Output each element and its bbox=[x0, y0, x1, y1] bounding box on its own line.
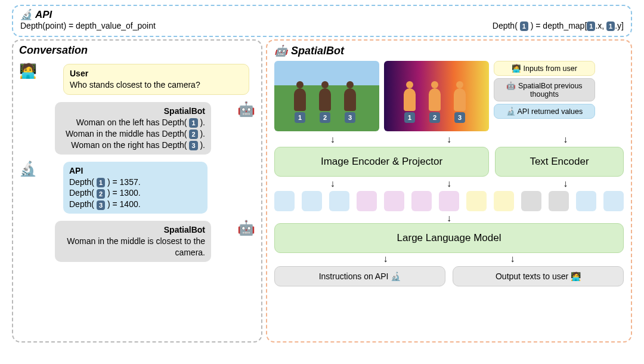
depth-image: 1 2 3 bbox=[384, 61, 489, 131]
legend-api: 🔬 API returned values bbox=[494, 104, 595, 119]
token bbox=[439, 191, 459, 211]
spatialbot-title-text: SpatialBot bbox=[291, 45, 344, 57]
api-bubble: API Depth( 1 ) = 1357. Depth( 2 ) = 1300… bbox=[63, 162, 208, 214]
arrow-down-icon: ↓ bbox=[563, 179, 568, 189]
rgb-image: 1 2 3 bbox=[274, 61, 379, 131]
api-formula-row: Depth(point) = depth_value_of_point Dept… bbox=[20, 21, 624, 31]
api-label: API bbox=[69, 165, 202, 177]
llm-module: Large Language Model bbox=[274, 223, 624, 253]
image-encoder-module: Image Encoder & Projector bbox=[274, 147, 489, 177]
token bbox=[549, 191, 569, 211]
token bbox=[521, 191, 541, 211]
api-formula-left: Depth(point) = depth_value_of_point bbox=[20, 21, 156, 31]
arrow-down-icon: ↓ bbox=[447, 213, 451, 223]
arrow-down-icon: ↓ bbox=[383, 254, 388, 264]
bot-label-1: SpatialBot bbox=[61, 106, 205, 117]
output-api: Instructions on API 🔬 bbox=[274, 266, 445, 286]
badge-2: 2 bbox=[429, 112, 440, 123]
arrow-down-icon: ↓ bbox=[330, 135, 335, 144]
api-formula-right: Depth( 1 ) = depth_map[1.x, 1.y] bbox=[493, 21, 624, 31]
conversation-panel: Conversation 🧑‍💻 User Who stands closest… bbox=[12, 39, 262, 343]
arrows-2: ↓↓↓ bbox=[274, 179, 624, 189]
arrow-down-icon: ↓ bbox=[447, 179, 451, 189]
token bbox=[302, 191, 322, 211]
badge-3: 3 bbox=[454, 112, 465, 123]
api-panel: 🔬 API Depth(point) = depth_value_of_poin… bbox=[12, 5, 632, 37]
bot-bubble-2: SpatialBot Woman in the middle is closes… bbox=[55, 221, 211, 262]
robot-icon: 🤖 bbox=[274, 44, 287, 57]
user-message-row: 🧑‍💻 User Who stands closest to the camer… bbox=[19, 60, 255, 98]
bot-message-row-2: 🤖 SpatialBot Woman in the middle is clos… bbox=[19, 217, 255, 266]
spatialbot-title: 🤖 SpatialBot bbox=[274, 44, 624, 57]
badge-1: 1 bbox=[404, 112, 415, 123]
spatialbot-panel: 🤖 SpatialBot 1 2 3 1 2 3 🧑‍💻 Inputs from… bbox=[266, 39, 632, 343]
bot-message-row-1: 🤖 SpatialBot Woman on the left has Depth… bbox=[19, 98, 255, 158]
conversation-title: Conversation bbox=[19, 44, 255, 57]
token bbox=[603, 191, 624, 211]
arrows-1: ↓↓↓ bbox=[274, 135, 624, 144]
api-title-text: API bbox=[35, 9, 52, 21]
arrow-3: ↓ bbox=[274, 214, 624, 223]
token bbox=[384, 191, 404, 211]
api-line3: Depth( 3 ) = 1400. bbox=[69, 199, 202, 210]
microscope-icon: 🔬 bbox=[19, 161, 37, 177]
badge-2: 2 bbox=[320, 112, 330, 123]
bot-avatar-icon: 🤖 bbox=[237, 220, 255, 236]
token bbox=[466, 191, 487, 211]
token bbox=[329, 191, 349, 211]
token bbox=[411, 191, 432, 211]
legend-bot: 🤖 SpatialBot previous thoughts bbox=[494, 78, 595, 101]
bot1-line3: Woman on the right has Depth( 3 ). bbox=[61, 140, 205, 151]
token-row bbox=[274, 191, 624, 211]
badge-3: 3 bbox=[345, 112, 355, 123]
api-line1: Depth( 1 ) = 1357. bbox=[69, 177, 202, 188]
legend: 🧑‍💻 Inputs from user 🤖 SpatialBot previo… bbox=[494, 61, 595, 119]
bot-bubble-1: SpatialBot Woman on the left has Depth( … bbox=[55, 102, 211, 155]
encoder-row: Image Encoder & Projector Text Encoder bbox=[274, 147, 624, 177]
arrow-down-icon: ↓ bbox=[563, 135, 568, 144]
token bbox=[274, 191, 295, 211]
user-bubble: User Who stands closest to the camera? bbox=[63, 64, 249, 95]
api-title: 🔬 API bbox=[20, 8, 624, 21]
token bbox=[357, 191, 377, 211]
bot-label-2: SpatialBot bbox=[61, 224, 205, 236]
arrow-down-icon: ↓ bbox=[330, 179, 335, 189]
bot1-line1: Woman on the left has Depth( 1 ). bbox=[61, 117, 205, 128]
bot1-line2: Woman in the middle has Depth( 2 ). bbox=[61, 128, 205, 140]
arrows-4: ↓↓ bbox=[274, 254, 624, 264]
output-row: Instructions on API 🔬 Output texts to us… bbox=[274, 266, 624, 286]
arrow-down-icon: ↓ bbox=[447, 135, 451, 144]
microscope-icon: 🔬 bbox=[20, 8, 33, 21]
user-avatar-icon: 🧑‍💻 bbox=[19, 63, 37, 79]
badge-1: 1 bbox=[295, 112, 305, 123]
input-row: 1 2 3 1 2 3 🧑‍💻 Inputs from user 🤖 Spati… bbox=[274, 61, 624, 131]
text-encoder-module: Text Encoder bbox=[495, 147, 624, 177]
output-user: Output texts to user 🧑‍💻 bbox=[453, 266, 624, 286]
arrow-down-icon: ↓ bbox=[510, 254, 515, 264]
api-message-row: 🔬 API Depth( 1 ) = 1357. Depth( 2 ) = 13… bbox=[19, 158, 255, 218]
token bbox=[494, 191, 514, 211]
bot-avatar-icon: 🤖 bbox=[237, 101, 255, 118]
token bbox=[576, 191, 596, 211]
user-question: Who stands closest to the camera? bbox=[70, 79, 243, 91]
bot-answer: Woman in the middle is closest to the ca… bbox=[61, 236, 205, 258]
user-label: User bbox=[70, 68, 243, 79]
legend-user: 🧑‍💻 Inputs from user bbox=[494, 61, 595, 76]
api-line2: Depth( 2 ) = 1300. bbox=[69, 187, 202, 199]
